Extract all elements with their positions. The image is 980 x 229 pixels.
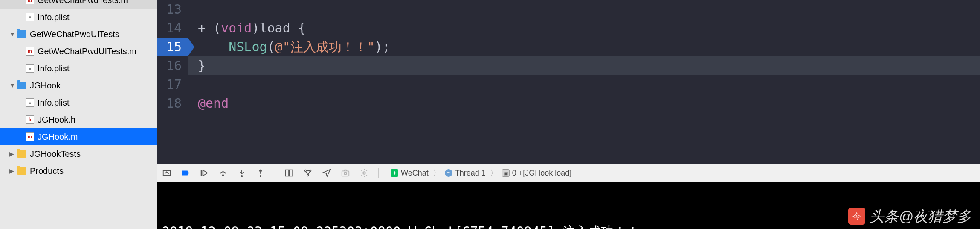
m-file-icon: m — [26, 0, 34, 4]
frame-icon: ▣ — [502, 169, 510, 177]
plist-file-icon: ≡ — [26, 64, 34, 73]
file-item[interactable]: ≡Info.plist — [0, 9, 157, 26]
code-line[interactable]: + (void)load { — [188, 19, 980, 38]
code-area[interactable]: + (void)load { NSLog(@"注入成功！！");}@end — [188, 0, 980, 164]
file-item[interactable]: ≡Info.plist — [0, 60, 157, 77]
item-label: Info.plist — [38, 64, 69, 73]
folder-item[interactable]: ▼JGHook — [0, 77, 157, 94]
file-item[interactable]: mJGHook.m — [0, 128, 157, 145]
line-number[interactable]: 17 — [157, 75, 182, 94]
disclosure-closed-icon[interactable]: ▶ — [9, 150, 16, 157]
item-label: GetWeChatPwdUITests — [30, 29, 119, 39]
code-line[interactable]: @end — [188, 94, 980, 113]
line-gutter[interactable]: 131415161718 — [157, 0, 188, 164]
token: } — [198, 58, 206, 73]
line-number[interactable]: 13 — [157, 0, 182, 19]
folder-icon — [17, 82, 26, 89]
location-icon[interactable] — [322, 168, 331, 178]
item-label: GetWeChatPwdUITests.m — [38, 47, 136, 56]
token: )load { — [252, 21, 305, 35]
token: ); — [375, 39, 390, 54]
svg-point-8 — [310, 170, 311, 172]
line-number[interactable]: 16 — [157, 56, 182, 75]
debug-toolbar: ✦ WeChat 〉 ≡ Thread 1 〉 ▣ 0 +[JGHook loa… — [157, 164, 980, 182]
svg-point-9 — [307, 175, 309, 176]
folder-icon — [17, 30, 26, 38]
debug-breadcrumb: ✦ WeChat 〉 ≡ Thread 1 〉 ▣ 0 +[JGHook loa… — [388, 168, 574, 179]
token: NSLog — [229, 39, 267, 54]
watermark: 今 头条@夜猎梦多 — [848, 207, 971, 226]
disclosure-closed-icon[interactable]: ▶ — [9, 167, 16, 174]
watermark-text: 头条@夜猎梦多 — [870, 207, 971, 226]
token — [198, 39, 229, 54]
item-label: JGHook.m — [38, 132, 78, 142]
file-item[interactable]: ≡Info.plist — [0, 94, 157, 111]
item-label: Products — [30, 166, 64, 176]
token: + ( — [198, 21, 221, 35]
svg-point-3 — [241, 176, 243, 177]
item-label: GetWeChatPwdTests.m — [38, 0, 128, 5]
chevron-right-icon: 〉 — [490, 168, 498, 178]
svg-point-4 — [260, 176, 261, 177]
line-number[interactable]: 14 — [157, 19, 182, 38]
wechat-icon: ✦ — [391, 169, 398, 177]
item-label: JGHook — [30, 81, 61, 91]
svg-rect-5 — [286, 170, 289, 176]
token: @"注入成功！！" — [275, 39, 375, 54]
code-editor[interactable]: 131415161718 + (void)load { NSLog(@"注入成功… — [157, 0, 980, 164]
file-navigator[interactable]: mGetWeChatPwdTests.m≡Info.plist▼GetWeCha… — [0, 0, 157, 229]
code-line[interactable]: NSLog(@"注入成功！！"); — [188, 38, 980, 56]
frame-label: 0 +[JGHook load] — [512, 169, 572, 178]
file-item[interactable]: mGetWeChatPwdUITests.m — [0, 43, 157, 60]
breakpoint-line-number[interactable]: 15 — [157, 38, 188, 56]
memory-graph-icon[interactable] — [303, 168, 313, 178]
svg-point-7 — [305, 170, 307, 172]
folder-icon — [17, 150, 26, 158]
file-item[interactable]: hJGHook.h — [0, 111, 157, 128]
step-into-icon[interactable] — [237, 168, 246, 178]
disclosure-open-icon[interactable]: ▼ — [9, 31, 16, 38]
svg-point-11 — [344, 172, 347, 175]
svg-point-12 — [363, 172, 365, 174]
continue-icon[interactable] — [200, 168, 209, 178]
svg-rect-1 — [201, 170, 202, 176]
thread-icon: ≡ — [445, 169, 452, 177]
settings-icon[interactable] — [360, 168, 369, 178]
thread-crumb[interactable]: ≡ Thread 1 — [442, 168, 488, 179]
line-number[interactable]: 18 — [157, 94, 182, 113]
plist-file-icon: ≡ — [26, 13, 34, 21]
token: ( — [267, 39, 275, 54]
breakpoints-toggle-icon[interactable] — [181, 168, 190, 178]
debug-view-icon[interactable] — [284, 168, 294, 178]
token: void — [221, 21, 252, 35]
code-line[interactable] — [188, 0, 980, 19]
process-label: WeChat — [401, 169, 429, 178]
code-line[interactable] — [188, 75, 980, 94]
debug-console[interactable]: 2018-12-09 23:15:09.225303+0800 WeChat[6… — [157, 182, 980, 229]
separator — [378, 168, 379, 178]
svg-point-2 — [223, 175, 224, 176]
file-item[interactable]: mGetWeChatPwdTests.m — [0, 0, 157, 9]
chevron-right-icon: 〉 — [433, 168, 441, 178]
step-out-icon[interactable] — [256, 168, 265, 178]
process-crumb[interactable]: ✦ WeChat — [388, 168, 431, 179]
m-file-icon: m — [26, 132, 34, 141]
folder-item[interactable]: ▶JGHookTests — [0, 145, 157, 162]
svg-rect-6 — [290, 170, 293, 176]
plist-file-icon: ≡ — [26, 98, 34, 107]
token: @end — [198, 96, 229, 111]
svg-rect-10 — [342, 171, 349, 176]
camera-icon[interactable] — [341, 168, 350, 178]
thread-label: Thread 1 — [455, 169, 486, 178]
item-label: JGHook.h — [38, 115, 75, 125]
item-label: Info.plist — [38, 98, 69, 108]
h-file-icon: h — [26, 115, 34, 124]
code-line[interactable]: } — [188, 56, 980, 75]
frame-crumb[interactable]: ▣ 0 +[JGHook load] — [499, 168, 574, 179]
folder-item[interactable]: ▶Products — [0, 162, 157, 179]
disclosure-open-icon[interactable]: ▼ — [9, 82, 16, 89]
step-over-icon[interactable] — [218, 168, 228, 178]
hide-debug-icon[interactable] — [162, 168, 171, 178]
watermark-badge-icon: 今 — [848, 208, 865, 225]
folder-item[interactable]: ▼GetWeChatPwdUITests — [0, 26, 157, 43]
